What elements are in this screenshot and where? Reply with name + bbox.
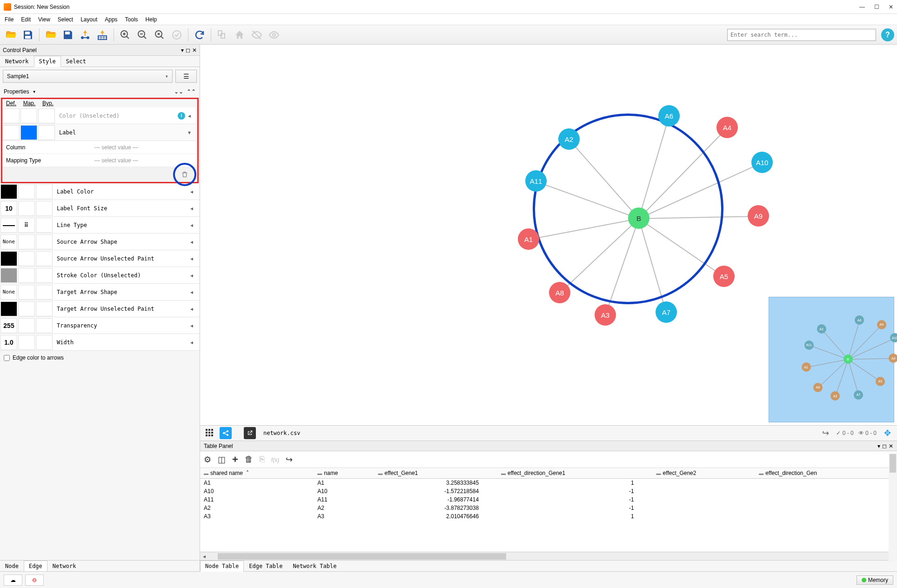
properties-label[interactable]: Properties (4, 88, 29, 95)
map-swatch[interactable] (18, 285, 35, 300)
menu-layout[interactable]: Layout (78, 15, 100, 24)
tab-select[interactable]: Select (61, 56, 91, 67)
cloud-icon[interactable]: ☁ (4, 575, 22, 586)
export-table-icon[interactable]: ↪ (286, 454, 293, 465)
byp-swatch[interactable] (38, 125, 55, 140)
collapse-icon[interactable]: ◂ (190, 188, 200, 195)
share-icon[interactable] (220, 427, 232, 439)
node-A10[interactable]: A10 (751, 152, 773, 173)
info-icon[interactable]: i (178, 112, 185, 120)
def-swatch[interactable]: 1.0 (0, 335, 17, 350)
tab-style[interactable]: Style (34, 56, 61, 67)
table-dropdown-icon[interactable]: ▾ (877, 443, 880, 449)
collapse-icon[interactable]: ◂ (190, 339, 200, 346)
network-view[interactable]: BA6A4A2A10A11A9A1A5A8A7A3 BA6A4A2A10A11A… (200, 45, 897, 425)
save-session-icon[interactable] (20, 27, 36, 43)
expand-icon[interactable]: ▾ (188, 129, 197, 136)
def-swatch[interactable] (0, 218, 17, 233)
memory-button[interactable]: Memory (857, 575, 893, 585)
detach-icon[interactable] (244, 427, 256, 439)
table-row[interactable]: A10A10-1.572218584-1 (200, 487, 897, 495)
data-table[interactable]: ▬shared name ˄▬name▬effect_Gene1▬effect_… (200, 468, 897, 552)
node-A2[interactable]: A2 (558, 128, 580, 150)
column-header[interactable]: ▬shared name ˄ (200, 468, 314, 479)
byp-swatch[interactable] (36, 285, 53, 300)
byp-swatch[interactable] (36, 318, 53, 333)
table-close-icon[interactable]: ✕ (889, 443, 893, 449)
search-input[interactable] (727, 29, 876, 41)
node-A8[interactable]: A8 (549, 282, 570, 303)
export-view-icon[interactable]: ↪ (819, 427, 831, 439)
expand-all-icon[interactable]: ⌄⌄ (174, 88, 183, 95)
tab-node-table[interactable]: Node Table (200, 561, 244, 572)
collapse-icon[interactable]: ◂ (190, 272, 200, 279)
column-header[interactable]: ▬effect_Gene2 (653, 468, 756, 479)
def-swatch[interactable]: None (0, 285, 17, 300)
node-A7[interactable]: A7 (656, 301, 677, 323)
style-selector[interactable]: Sample1 (3, 70, 173, 83)
stop-icon[interactable]: ⊖ (25, 575, 44, 586)
def-swatch[interactable]: 10 (0, 201, 17, 216)
byp-swatch[interactable] (36, 218, 53, 233)
menu-tools[interactable]: Tools (122, 15, 141, 24)
map-swatch[interactable] (18, 201, 35, 216)
map-swatch[interactable] (18, 234, 35, 249)
property-row[interactable]: Label Color◂ (0, 183, 200, 200)
def-swatch[interactable] (3, 108, 20, 123)
def-swatch[interactable] (0, 268, 17, 283)
collapse-icon[interactable]: ◂ (190, 306, 200, 312)
collapse-icon[interactable]: ◂ (190, 222, 200, 228)
def-swatch[interactable] (0, 251, 17, 266)
node-B[interactable]: B (628, 207, 649, 229)
panel-float-icon[interactable]: ◻ (186, 47, 190, 53)
collapse-icon[interactable]: ◂ (190, 322, 200, 329)
zoom-out-icon[interactable] (134, 27, 150, 43)
property-row[interactable]: 1.0Width◂ (0, 334, 200, 351)
table-row[interactable]: A11A11-1.96877414-1 (200, 495, 897, 504)
tab-network[interactable]: Network (0, 56, 34, 67)
byp-swatch[interactable] (38, 108, 55, 123)
byp-swatch[interactable] (36, 201, 53, 216)
def-swatch[interactable] (3, 125, 20, 140)
edge-color-checkbox[interactable] (4, 355, 10, 361)
property-row[interactable]: Source Arrow Unselected Paint◂ (0, 250, 200, 267)
table-row[interactable]: A2A2-3.878273038-1 (200, 504, 897, 512)
byp-swatch[interactable] (36, 184, 53, 199)
delete-icon[interactable]: 🗑 (245, 454, 253, 464)
byp-swatch[interactable] (36, 251, 53, 266)
node-A5[interactable]: A5 (713, 266, 735, 287)
fit-content-icon[interactable]: ✥ (881, 427, 893, 439)
table-row[interactable]: A1A13.2583338451 (200, 479, 897, 488)
node-A6[interactable]: A6 (658, 105, 680, 127)
map-swatch[interactable]: ⠿ (18, 218, 35, 233)
map-swatch[interactable] (20, 108, 37, 123)
property-row[interactable]: 10Label Font Size◂ (0, 200, 200, 217)
def-swatch[interactable] (0, 301, 17, 316)
add-icon[interactable]: + (232, 454, 238, 466)
grid-icon[interactable] (204, 427, 216, 439)
property-row[interactable]: NoneSource Arrow Shape◂ (0, 234, 200, 250)
refresh-icon[interactable] (192, 27, 208, 43)
zoom-in-icon[interactable] (117, 27, 133, 43)
byp-swatch[interactable] (36, 335, 53, 350)
collapse-icon[interactable]: ◂ (190, 205, 200, 212)
collapse-icon[interactable]: ◂ (190, 289, 200, 295)
def-swatch[interactable] (0, 184, 17, 199)
gear-icon[interactable]: ⚙ (204, 454, 211, 465)
node-A4[interactable]: A4 (716, 117, 738, 138)
column-header[interactable]: ▬effect_direction_Gen (755, 468, 897, 479)
minimap[interactable]: BA6A4A2A10A11A9A1A5A8A7A3 (769, 297, 894, 422)
node-A1[interactable]: A1 (518, 228, 539, 250)
tab-edge-table[interactable]: Edge Table (244, 561, 288, 571)
bottom-tab-network[interactable]: Network (47, 561, 81, 571)
map-swatch[interactable] (18, 251, 35, 266)
property-row[interactable]: ⠿Line Type◂ (0, 217, 200, 234)
close-button[interactable]: ✕ (889, 4, 893, 10)
menu-apps[interactable]: Apps (102, 15, 120, 24)
menu-help[interactable]: Help (143, 15, 160, 24)
collapse-icon[interactable]: ◂ (188, 113, 197, 119)
mapping-type-value[interactable]: — select value — (94, 157, 138, 164)
table-float-icon[interactable]: ◻ (882, 443, 887, 449)
property-row[interactable]: Stroke Color (Unselected)◂ (0, 267, 200, 284)
import-table-icon[interactable] (94, 27, 110, 43)
